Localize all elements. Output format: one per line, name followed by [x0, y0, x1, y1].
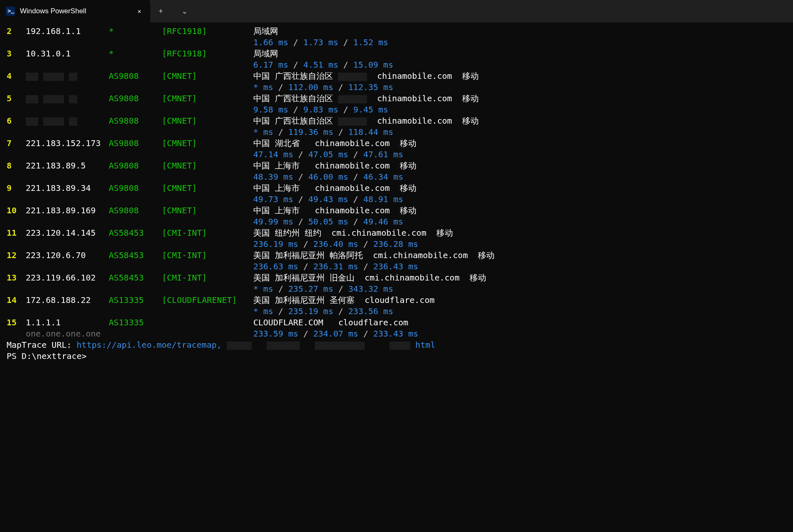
latency-value: 236.19 ms — [253, 239, 298, 249]
hop-geo: 中国 上海市 — [253, 205, 315, 215]
hop-geo: 中国 上海市 — [253, 183, 315, 193]
new-tab-button[interactable]: + — [150, 0, 171, 22]
hop-latency: * ms / 112.00 ms / 112.35 ms — [253, 82, 786, 93]
hop-latency: * ms / 235.27 ms / 343.32 ms — [253, 283, 786, 295]
latency-value: 234.07 ms — [313, 329, 358, 339]
hop-location: 美国 加利福尼亚州 圣何塞 cloudflare.com — [253, 295, 786, 306]
redacted — [26, 95, 38, 103]
trace-hop-row: 7221.183.152.173AS9808[CMNET]中国 湖北省 chin… — [7, 138, 786, 149]
hop-number: 3 — [7, 48, 26, 59]
latency-value: 236.28 ms — [373, 239, 418, 249]
trace-hop-row: 151.1.1.1AS13335CLOUDFLARE.COM cloudflar… — [7, 317, 786, 328]
prompt-line[interactable]: PS D:\nexttrace> — [7, 351, 786, 362]
hop-geo: 美国 加利福尼亚州 帕洛阿托 — [253, 250, 373, 260]
hop-location: 美国 加利福尼亚州 旧金山 cmi.chinamobile.com 移动 — [253, 272, 786, 283]
hop-latency-row: 236.19 ms / 236.40 ms / 236.28 ms — [7, 239, 786, 250]
hop-location: CLOUDFLARE.COM cloudflare.com — [253, 317, 786, 328]
latency-sep: / — [273, 82, 288, 92]
hop-number: 15 — [7, 317, 26, 328]
hop-geo: 中国 广西壮族自治区 — [253, 71, 338, 81]
redacted — [26, 73, 38, 81]
redacted — [338, 73, 367, 81]
latency-value: 50.05 ms — [308, 217, 348, 227]
hop-geo: 美国 加利福尼亚州 圣何塞 — [253, 295, 365, 305]
hop-domain: chinamobile.com — [315, 205, 390, 215]
hop-domain: chinamobile.com — [377, 116, 452, 126]
hop-location: 中国 广西壮族自治区 chinamobile.com 移动 — [253, 115, 786, 127]
tabbar-actions: + ⌄ — [150, 0, 196, 22]
latency-sep: / — [293, 217, 308, 227]
hop-geo: 局域网 — [253, 26, 278, 36]
tab-dropdown-button[interactable]: ⌄ — [173, 0, 196, 22]
redacted — [26, 117, 38, 126]
hop-ip — [26, 71, 109, 82]
latency-value: 119.36 ms — [288, 127, 333, 137]
hop-latency: 48.39 ms / 46.00 ms / 46.34 ms — [253, 171, 786, 183]
hop-network: [CMI-INT] — [162, 250, 253, 261]
redacted — [43, 73, 64, 81]
hop-latency: 9.58 ms / 9.83 ms / 9.45 ms — [253, 104, 786, 115]
latency-sep: / — [288, 105, 303, 115]
latency-value: 9.83 ms — [303, 105, 338, 115]
latency-value: 233.43 ms — [373, 329, 418, 339]
trace-hop-row: 11223.120.14.145AS58453[CMI-INT]美国 纽约州 纽… — [7, 227, 786, 239]
latency-value: 233.59 ms — [253, 329, 298, 339]
latency-value: 6.17 ms — [253, 60, 288, 70]
tab-title: Windows PowerShell — [20, 7, 86, 16]
latency-value: 49.46 ms — [363, 217, 403, 227]
hop-location: 中国 广西壮族自治区 chinamobile.com 移动 — [253, 71, 786, 82]
latency-value: 236.40 ms — [313, 239, 358, 249]
hop-ip: 172.68.188.22 — [26, 295, 109, 306]
hop-asn: * — [109, 48, 162, 59]
trace-hop-row: 310.31.0.1*[RFC1918]局域网 — [7, 48, 786, 59]
hop-latency: 6.17 ms / 4.51 ms / 15.09 ms — [253, 59, 786, 71]
hop-asn: AS9808 — [109, 71, 162, 82]
latency-sep: / — [358, 329, 373, 339]
redacted — [267, 342, 300, 350]
hop-asn: AS13335 — [109, 317, 162, 328]
hop-ip: 1.1.1.1 — [26, 317, 109, 328]
hop-geo: 中国 上海市 — [253, 161, 315, 171]
latency-value: 236.31 ms — [313, 261, 358, 271]
latency-value: 46.00 ms — [308, 172, 348, 182]
hop-number: 11 — [7, 227, 26, 239]
hop-geo: 美国 纽约州 纽约 — [253, 228, 331, 238]
tab-powershell[interactable]: Windows PowerShell ✕ — [0, 0, 150, 22]
latency-value: 235.27 ms — [288, 284, 333, 294]
latency-sep: / — [298, 261, 313, 271]
hop-latency-row: * ms / 119.36 ms / 118.44 ms — [7, 127, 786, 138]
hop-asn: AS58453 — [109, 250, 162, 261]
terminal-output[interactable]: 2192.168.1.1*[RFC1918]局域网1.66 ms / 1.73 … — [0, 22, 793, 365]
hop-latency-row: 48.39 ms / 46.00 ms / 46.34 ms — [7, 171, 786, 183]
latency-sep: / — [333, 306, 348, 316]
latency-value: 49.73 ms — [253, 194, 293, 204]
hop-carrier: 移动 — [478, 250, 494, 260]
hop-number: 14 — [7, 295, 26, 306]
close-tab-button[interactable]: ✕ — [136, 6, 143, 17]
hop-network: [RFC1918] — [162, 26, 253, 37]
hop-location: 中国 广西壮族自治区 chinamobile.com 移动 — [253, 93, 786, 104]
latency-sep: / — [338, 105, 353, 115]
latency-value: 1.66 ms — [253, 37, 288, 47]
hop-location: 局域网 — [253, 48, 786, 59]
hop-geo: CLOUDFLARE.COM — [253, 317, 338, 327]
latency-sep: / — [348, 194, 363, 204]
hop-number: 7 — [7, 138, 26, 149]
hop-network: [CMNET] — [162, 160, 253, 171]
hop-number: 4 — [7, 71, 26, 82]
hop-location: 美国 纽约州 纽约 cmi.chinamobile.com 移动 — [253, 227, 786, 239]
hop-ip: 221.183.152.173 — [26, 138, 109, 149]
hop-carrier: 移动 — [470, 273, 486, 283]
redacted — [43, 117, 64, 126]
latency-value: 112.35 ms — [348, 82, 393, 92]
trace-hop-row: 14172.68.188.22AS13335[CLOUDFLARENET]美国 … — [7, 295, 786, 306]
hop-location: 中国 上海市 chinamobile.com 移动 — [253, 205, 786, 216]
redacted — [43, 95, 64, 103]
latency-value: 1.73 ms — [303, 37, 338, 47]
trace-hop-row: 8221.183.89.5AS9808[CMNET]中国 上海市 chinamo… — [7, 160, 786, 171]
latency-sep: / — [358, 261, 373, 271]
hop-rdns: one.one.one.one — [26, 328, 109, 339]
latency-sep: / — [288, 37, 303, 47]
hop-network: [CMNET] — [162, 115, 253, 127]
hop-rdns-row: one.one.one.one233.59 ms / 234.07 ms / 2… — [7, 328, 786, 339]
